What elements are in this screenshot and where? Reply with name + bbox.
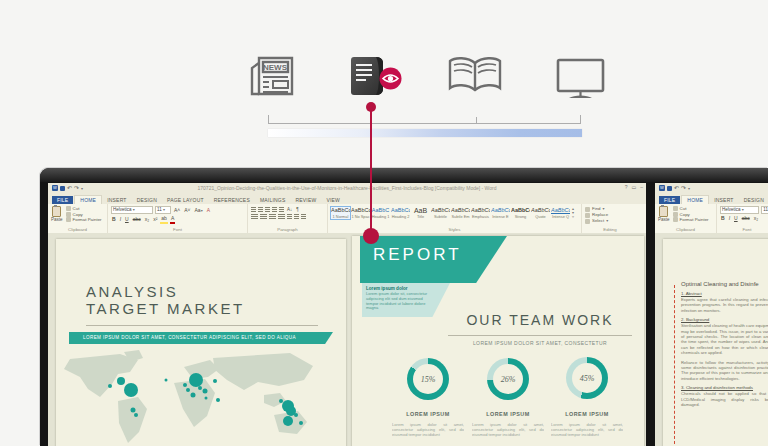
mode-slider-track[interactable] <box>268 123 581 124</box>
titlebar-2[interactable]: W ↶ ↷ ▾ <box>655 183 768 193</box>
team-subtitle: LOREM IPSUM DOLOR SIT AMET, CONSECTETUR <box>444 340 636 346</box>
pointer-line <box>370 104 372 234</box>
pilcrow-icon[interactable]: ¶ <box>295 206 299 213</box>
tab-view[interactable]: VIEW <box>321 196 345 204</box>
underline-button[interactable]: U <box>733 215 739 222</box>
subscript-button[interactable]: x₂ <box>144 216 150 223</box>
font-size-combo[interactable]: 11 <box>761 206 768 214</box>
format-painter-button[interactable]: Format Painter <box>673 217 709 223</box>
open-book-icon[interactable] <box>446 55 504 99</box>
tab-design[interactable]: DESIGN <box>739 196 768 204</box>
slider-tick-right <box>580 115 581 124</box>
style-emphasis[interactable]: AaBbCcEmphasis <box>471 207 490 219</box>
style-intense-quote[interactable]: AaBbCcIntense Q <box>551 207 570 219</box>
styles-more-icon: ▿ <box>572 215 574 219</box>
borders-icon[interactable] <box>301 214 306 220</box>
paragraph-group: A↓ ¶ Paragraph <box>248 204 328 233</box>
font-name-combo[interactable]: Helvetica ▾ <box>111 206 153 214</box>
styles-scroll[interactable]: ▴ ▾ ▿ <box>572 207 574 219</box>
style-subtle-emphasis[interactable]: AaBbCcSubtle Em <box>451 207 470 219</box>
subscript-button[interactable]: x₂ <box>753 215 759 222</box>
change-case-button[interactable]: Aa▾ <box>194 207 204 214</box>
tab-home[interactable]: HOME <box>74 195 102 204</box>
tab-file[interactable]: FILE <box>659 196 680 204</box>
strikethrough-button[interactable]: abc <box>741 215 751 222</box>
bold-button[interactable]: B <box>720 215 726 222</box>
quick-access-toolbar-2[interactable]: W ↶ ↷ ▾ <box>659 185 690 191</box>
ribbon-tabs: FILE HOME INSERT DESIGN PAGE LAYOUT REFE… <box>48 193 646 204</box>
minimize-icon[interactable]: – <box>640 184 643 190</box>
document-canvas-2[interactable]: Optimal Cleaning and Disinfe 1. Abstract… <box>655 233 768 446</box>
multilevel-list-icon[interactable] <box>265 207 270 213</box>
italic-button[interactable]: I <box>119 216 122 223</box>
tab-design[interactable]: DESIGN <box>132 196 162 204</box>
align-right-icon[interactable] <box>269 214 276 220</box>
newspaper-icon[interactable]: NEWS <box>248 54 296 102</box>
increase-indent-icon[interactable] <box>279 207 284 213</box>
shrink-font-button[interactable]: A˅ <box>183 207 191 214</box>
page-analysis[interactable]: ANALYSIS TARGET MARKET LOREM IPSUM DOLOR… <box>56 239 346 446</box>
tab-file[interactable]: FILE <box>52 196 73 204</box>
tab-references[interactable]: REFERENCES <box>209 196 255 204</box>
tab-mailings[interactable]: MAILINGS <box>255 196 291 204</box>
slider-tick-mid <box>476 117 477 124</box>
style-subtitle[interactable]: AaBbCcSubtitle <box>431 207 450 219</box>
bullets-icon[interactable] <box>251 207 256 213</box>
monitor-icon[interactable] <box>556 58 606 104</box>
qat-more-icon[interactable]: ▾ <box>688 186 690 191</box>
tab-page-layout[interactable]: PAGE LAYOUT <box>162 196 209 204</box>
justify-icon[interactable] <box>278 214 285 220</box>
line-spacing-icon[interactable] <box>287 214 292 220</box>
highlight-button[interactable]: ab <box>160 215 168 224</box>
section-body: Sterilisation and cleaning of health car… <box>681 323 768 355</box>
format-painter-icon <box>673 217 678 222</box>
select-button[interactable]: Select ▾ <box>585 218 636 224</box>
titlebar[interactable]: W ↶ ↷ ▾ 170721_Opinion-Deciding-the-Qual… <box>48 183 646 193</box>
underline-button[interactable]: U <box>124 216 130 223</box>
eye-badge-icon <box>379 67 402 94</box>
font-name-combo[interactable]: Helvetica ▾ <box>720 206 759 214</box>
grow-font-button[interactable]: A˄ <box>173 207 181 214</box>
superscript-button[interactable]: x² <box>152 216 158 223</box>
align-center-icon[interactable] <box>260 214 267 220</box>
style-no-spacing[interactable]: AaBbCcI1 No Spac <box>351 207 370 219</box>
font-size-combo[interactable]: 11 ▾ <box>155 206 171 214</box>
shading-icon[interactable] <box>294 214 299 220</box>
page-cleaning-doc[interactable]: Optimal Cleaning and Disinfe 1. Abstract… <box>663 239 768 446</box>
numbering-icon[interactable] <box>258 207 263 213</box>
tab-insert[interactable]: INSERT <box>709 196 738 204</box>
tab-home[interactable]: HOME <box>681 195 709 204</box>
style-intense-emphasis[interactable]: AaBbCcIntense E <box>491 207 510 219</box>
paste-button[interactable]: Paste <box>658 206 670 225</box>
sort-icon[interactable]: A↓ <box>286 206 293 213</box>
font-color-button[interactable]: A <box>170 215 175 224</box>
help-icon[interactable]: ? <box>625 184 628 190</box>
bold-button[interactable]: B <box>111 216 117 223</box>
restore-icon[interactable]: ▭ <box>631 184 636 190</box>
paste-button[interactable]: Paste <box>51 206 63 225</box>
style-title[interactable]: AaBTitle <box>411 207 430 219</box>
format-painter-button[interactable]: Format Painter <box>66 217 102 223</box>
clear-format-button[interactable]: A <box>206 207 211 214</box>
style-heading1[interactable]: AaBbCHeading 1 <box>371 207 390 219</box>
style-heading2[interactable]: AaBbCcHeading 2 <box>391 207 410 219</box>
redo-icon[interactable]: ↷ <box>681 185 686 191</box>
tab-review[interactable]: REVIEW <box>290 196 321 204</box>
align-left-icon[interactable] <box>251 214 258 220</box>
format-painter-icon <box>66 217 71 222</box>
window-controls[interactable]: ? ▭ – <box>625 184 643 190</box>
donut-text-3: Lorem ipsum dolor sit amet, consectetur … <box>551 422 623 440</box>
style-strong[interactable]: AaBbCcStrong <box>511 207 530 219</box>
style-normal[interactable]: AaBbCcI1 Normal <box>331 207 350 219</box>
mode-slider-bar[interactable] <box>268 129 582 137</box>
save-icon[interactable] <box>667 186 672 191</box>
style-quote[interactable]: AaBbCcQuote <box>531 207 550 219</box>
italic-button[interactable]: I <box>728 215 731 222</box>
strikethrough-button[interactable]: abc <box>132 216 142 223</box>
document-canvas[interactable]: ANALYSIS TARGET MARKET LOREM IPSUM DOLOR… <box>48 233 646 446</box>
page-report[interactable]: REPORT Lorem ipsum dolor Lorem ipsum dol… <box>352 236 644 446</box>
ribbon-2: Paste Cut Copy Format Painter Clipboard … <box>655 204 768 234</box>
decrease-indent-icon[interactable] <box>272 207 277 213</box>
tab-insert[interactable]: INSERT <box>102 196 131 204</box>
undo-icon[interactable]: ↶ <box>674 185 679 191</box>
